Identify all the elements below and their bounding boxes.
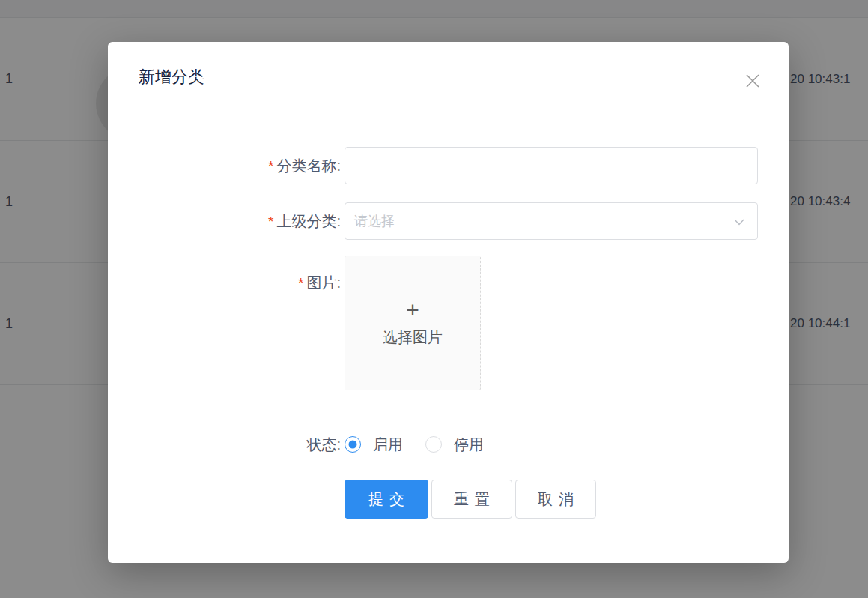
category-name-label: *分类名称: [108, 155, 341, 177]
reset-button[interactable]: 重置 [431, 480, 512, 519]
form-row-status: 状态: 启用 停用 [108, 434, 789, 455]
required-asterisk: * [268, 214, 273, 229]
required-asterisk: * [268, 158, 273, 174]
status-label: 状态: [108, 434, 341, 455]
parent-category-select[interactable]: 请选择 [345, 202, 758, 240]
plus-icon: + [406, 299, 419, 321]
modal-footer-buttons: 提交 重置 取消 [345, 480, 789, 519]
radio-circle-checked [345, 436, 361, 453]
chevron-down-icon [733, 216, 745, 231]
submit-button[interactable]: 提交 [345, 480, 428, 519]
radio-circle-unchecked [425, 436, 442, 453]
form-row-parent-category: *上级分类: 请选择 [108, 202, 789, 240]
image-upload-button[interactable]: + 选择图片 [345, 256, 481, 390]
radio-disable[interactable]: 停用 [425, 435, 484, 455]
close-icon[interactable] [744, 72, 762, 90]
form-row-image: *图片: + 选择图片 [108, 256, 789, 390]
modal-body: *分类名称: *上级分类: 请选择 *图片: [108, 147, 789, 519]
parent-category-label: *上级分类: [108, 211, 341, 232]
form-row-category-name: *分类名称: [108, 147, 789, 184]
cancel-button[interactable]: 取消 [515, 480, 596, 519]
radio-disable-label: 停用 [454, 435, 484, 455]
upload-label: 选择图片 [383, 327, 443, 348]
modal-title: 新增分类 [139, 66, 204, 88]
radio-enable[interactable]: 启用 [345, 435, 403, 455]
status-radio-group: 启用 停用 [345, 435, 506, 455]
image-label: *图片: [108, 256, 341, 294]
modal-header: 新增分类 [108, 42, 789, 112]
required-asterisk: * [298, 275, 303, 291]
add-category-modal: 新增分类 *分类名称: *上级分类: 请选择 [108, 42, 789, 563]
category-name-input[interactable] [345, 147, 758, 184]
select-placeholder: 请选择 [354, 212, 395, 230]
radio-enable-label: 启用 [373, 435, 403, 455]
